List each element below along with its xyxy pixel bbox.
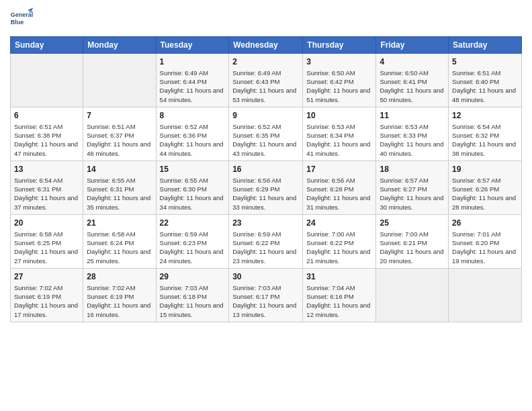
day-info: Sunrise: 7:00 AM Sunset: 6:21 PM Dayligh…: [380, 230, 445, 265]
svg-text:Blue: Blue: [11, 19, 24, 26]
day-number: 4: [380, 56, 445, 68]
day-number: 24: [306, 218, 372, 229]
calendar-day-29: 29Sunrise: 7:03 AM Sunset: 6:18 PM Dayli…: [156, 269, 229, 322]
calendar-day-24: 24Sunrise: 7:00 AM Sunset: 6:22 PM Dayli…: [303, 215, 376, 269]
day-info: Sunrise: 6:58 AM Sunset: 6:25 PM Dayligh…: [14, 230, 79, 265]
day-number: 12: [452, 110, 518, 122]
calendar-table: SundayMondayTuesdayWednesdayThursdayFrid…: [10, 36, 522, 322]
svg-text:General: General: [11, 11, 34, 18]
day-info: Sunrise: 6:52 AM Sunset: 6:35 PM Dayligh…: [232, 122, 299, 158]
day-info: Sunrise: 6:53 AM Sunset: 6:34 PM Dayligh…: [306, 122, 372, 158]
calendar-day-18: 18Sunrise: 6:57 AM Sunset: 6:27 PM Dayli…: [376, 161, 449, 215]
calendar-day-6: 6Sunrise: 6:51 AM Sunset: 6:38 PM Daylig…: [11, 107, 83, 161]
calendar-day-14: 14Sunrise: 6:55 AM Sunset: 6:31 PM Dayli…: [83, 161, 156, 215]
calendar-day-7: 7Sunrise: 6:51 AM Sunset: 6:37 PM Daylig…: [83, 107, 156, 161]
calendar-day-12: 12Sunrise: 6:54 AM Sunset: 6:32 PM Dayli…: [449, 107, 522, 161]
day-info: Sunrise: 6:58 AM Sunset: 6:24 PM Dayligh…: [87, 230, 152, 265]
calendar-day-5: 5Sunrise: 6:51 AM Sunset: 6:40 PM Daylig…: [449, 54, 522, 107]
day-number: 20: [14, 218, 79, 229]
day-info: Sunrise: 6:50 AM Sunset: 6:42 PM Dayligh…: [306, 68, 372, 104]
day-number: 23: [232, 218, 299, 229]
day-info: Sunrise: 6:55 AM Sunset: 6:31 PM Dayligh…: [87, 176, 152, 212]
day-number: 30: [232, 271, 299, 283]
day-info: Sunrise: 6:54 AM Sunset: 6:32 PM Dayligh…: [452, 122, 518, 158]
day-number: 26: [452, 218, 518, 229]
day-number: 21: [87, 218, 152, 229]
day-info: Sunrise: 6:53 AM Sunset: 6:33 PM Dayligh…: [380, 122, 445, 158]
day-number: 5: [452, 56, 518, 68]
day-number: 28: [87, 271, 152, 283]
calendar-day-30: 30Sunrise: 7:03 AM Sunset: 6:17 PM Dayli…: [229, 269, 303, 322]
day-info: Sunrise: 7:03 AM Sunset: 6:17 PM Dayligh…: [232, 283, 299, 319]
calendar-empty-cell: [449, 269, 522, 322]
calendar-day-16: 16Sunrise: 6:56 AM Sunset: 6:29 PM Dayli…: [229, 161, 303, 215]
weekday-header-sunday: Sunday: [11, 37, 83, 54]
day-number: 31: [306, 271, 372, 283]
header: General Blue: [10, 7, 522, 31]
day-number: 8: [160, 110, 226, 122]
calendar-day-11: 11Sunrise: 6:53 AM Sunset: 6:33 PM Dayli…: [376, 107, 449, 161]
calendar-day-22: 22Sunrise: 6:59 AM Sunset: 6:23 PM Dayli…: [156, 215, 229, 269]
day-number: 17: [306, 164, 372, 175]
day-number: 1: [160, 56, 226, 68]
calendar-day-26: 26Sunrise: 7:01 AM Sunset: 6:20 PM Dayli…: [449, 215, 522, 269]
day-number: 15: [160, 164, 226, 175]
calendar-day-17: 17Sunrise: 6:56 AM Sunset: 6:28 PM Dayli…: [303, 161, 376, 215]
page: General Blue SundayMondayTuesdayWednesda…: [0, 0, 532, 411]
calendar-week-row: 20Sunrise: 6:58 AM Sunset: 6:25 PM Dayli…: [11, 215, 522, 269]
day-number: 13: [14, 164, 79, 175]
calendar-day-28: 28Sunrise: 7:02 AM Sunset: 6:19 PM Dayli…: [83, 269, 156, 322]
day-info: Sunrise: 7:04 AM Sunset: 6:16 PM Dayligh…: [306, 283, 372, 319]
day-info: Sunrise: 6:51 AM Sunset: 6:37 PM Dayligh…: [87, 122, 152, 158]
calendar-day-23: 23Sunrise: 6:59 AM Sunset: 6:22 PM Dayli…: [229, 215, 303, 269]
weekday-header-saturday: Saturday: [449, 37, 522, 54]
day-info: Sunrise: 6:59 AM Sunset: 6:23 PM Dayligh…: [160, 230, 226, 265]
day-info: Sunrise: 7:00 AM Sunset: 6:22 PM Dayligh…: [306, 230, 372, 265]
day-info: Sunrise: 7:01 AM Sunset: 6:20 PM Dayligh…: [452, 230, 518, 265]
weekday-header-row: SundayMondayTuesdayWednesdayThursdayFrid…: [11, 37, 522, 54]
day-info: Sunrise: 7:03 AM Sunset: 6:18 PM Dayligh…: [160, 283, 226, 319]
day-info: Sunrise: 6:57 AM Sunset: 6:26 PM Dayligh…: [452, 176, 518, 212]
day-info: Sunrise: 6:55 AM Sunset: 6:30 PM Dayligh…: [160, 176, 226, 212]
day-info: Sunrise: 6:49 AM Sunset: 6:43 PM Dayligh…: [232, 68, 299, 104]
weekday-header-thursday: Thursday: [303, 37, 376, 54]
day-info: Sunrise: 6:51 AM Sunset: 6:40 PM Dayligh…: [452, 68, 518, 104]
calendar-day-4: 4Sunrise: 6:50 AM Sunset: 6:41 PM Daylig…: [376, 54, 449, 107]
calendar-day-31: 31Sunrise: 7:04 AM Sunset: 6:16 PM Dayli…: [303, 269, 376, 322]
day-number: 22: [160, 218, 226, 229]
day-info: Sunrise: 6:54 AM Sunset: 6:31 PM Dayligh…: [14, 176, 79, 212]
day-number: 19: [452, 164, 518, 175]
calendar-day-20: 20Sunrise: 6:58 AM Sunset: 6:25 PM Dayli…: [11, 215, 83, 269]
weekday-header-wednesday: Wednesday: [229, 37, 303, 54]
calendar-week-row: 27Sunrise: 7:02 AM Sunset: 6:19 PM Dayli…: [11, 269, 522, 322]
calendar-week-row: 13Sunrise: 6:54 AM Sunset: 6:31 PM Dayli…: [11, 161, 522, 215]
day-number: 29: [160, 271, 226, 283]
calendar-week-row: 1Sunrise: 6:49 AM Sunset: 6:44 PM Daylig…: [11, 54, 522, 107]
weekday-header-friday: Friday: [376, 37, 449, 54]
logo: General Blue: [10, 7, 34, 31]
calendar-week-row: 6Sunrise: 6:51 AM Sunset: 6:38 PM Daylig…: [11, 107, 522, 161]
calendar-empty-cell: [83, 54, 156, 107]
logo-icon: General Blue: [10, 7, 34, 31]
day-info: Sunrise: 6:56 AM Sunset: 6:28 PM Dayligh…: [306, 176, 372, 212]
weekday-header-tuesday: Tuesday: [156, 37, 229, 54]
day-number: 9: [232, 110, 299, 122]
day-info: Sunrise: 6:49 AM Sunset: 6:44 PM Dayligh…: [160, 68, 226, 104]
calendar-day-13: 13Sunrise: 6:54 AM Sunset: 6:31 PM Dayli…: [11, 161, 83, 215]
day-number: 25: [380, 218, 445, 229]
day-info: Sunrise: 6:52 AM Sunset: 6:36 PM Dayligh…: [160, 122, 226, 158]
calendar-day-21: 21Sunrise: 6:58 AM Sunset: 6:24 PM Dayli…: [83, 215, 156, 269]
calendar-day-15: 15Sunrise: 6:55 AM Sunset: 6:30 PM Dayli…: [156, 161, 229, 215]
day-number: 14: [87, 164, 152, 175]
calendar-day-25: 25Sunrise: 7:00 AM Sunset: 6:21 PM Dayli…: [376, 215, 449, 269]
calendar-day-10: 10Sunrise: 6:53 AM Sunset: 6:34 PM Dayli…: [303, 107, 376, 161]
day-number: 18: [380, 164, 445, 175]
weekday-header-monday: Monday: [83, 37, 156, 54]
day-number: 7: [87, 110, 152, 122]
calendar-day-8: 8Sunrise: 6:52 AM Sunset: 6:36 PM Daylig…: [156, 107, 229, 161]
calendar-day-1: 1Sunrise: 6:49 AM Sunset: 6:44 PM Daylig…: [156, 54, 229, 107]
day-number: 6: [14, 110, 79, 122]
calendar-day-27: 27Sunrise: 7:02 AM Sunset: 6:19 PM Dayli…: [11, 269, 83, 322]
day-info: Sunrise: 6:50 AM Sunset: 6:41 PM Dayligh…: [380, 68, 445, 104]
calendar-day-19: 19Sunrise: 6:57 AM Sunset: 6:26 PM Dayli…: [449, 161, 522, 215]
